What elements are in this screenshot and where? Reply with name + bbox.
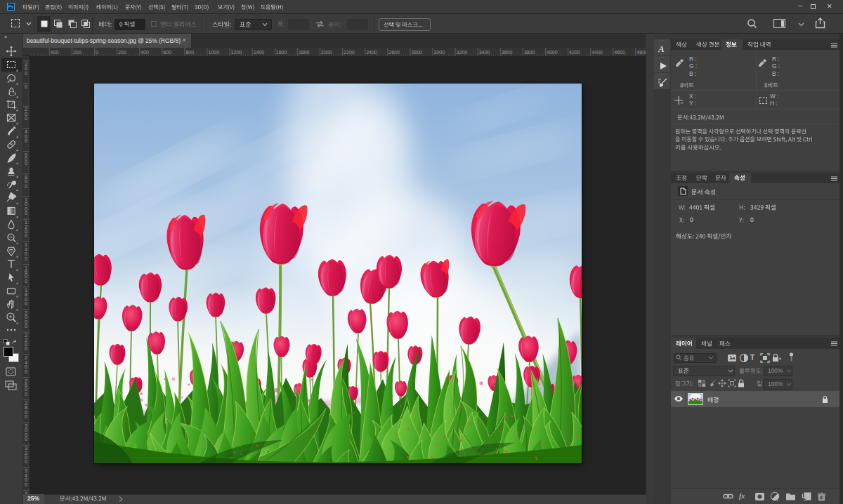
svg-text:200: 200	[118, 50, 126, 55]
svg-text:2800: 2800	[411, 50, 422, 55]
svg-text:0: 0	[25, 184, 27, 189]
svg-text:0: 0	[25, 279, 27, 284]
svg-text:800: 800	[185, 50, 194, 55]
svg-text:4400: 4400	[592, 50, 603, 55]
svg-text:0: 0	[25, 84, 27, 89]
svg-text:0: 0	[25, 414, 27, 419]
svg-text:4000: 4000	[547, 50, 558, 55]
svg-text:3400: 3400	[479, 50, 490, 55]
svg-text:0: 0	[96, 50, 98, 55]
svg-text:0: 0	[25, 346, 27, 351]
svg-text:0: 0	[25, 482, 27, 487]
svg-text:0: 0	[25, 256, 27, 261]
svg-text:1800: 1800	[299, 50, 310, 55]
svg-text:1400: 1400	[254, 50, 265, 55]
svg-text:2600: 2600	[388, 50, 400, 55]
svg-text:600: 600	[163, 50, 171, 55]
svg-text:400: 400	[140, 50, 149, 55]
svg-text:1600: 1600	[276, 50, 287, 55]
svg-text:1200: 1200	[231, 50, 242, 55]
svg-text:0: 0	[25, 116, 27, 121]
svg-text:2000: 2000	[321, 50, 332, 55]
svg-text:0: 0	[25, 211, 27, 215]
svg-text:0: 0	[25, 161, 27, 166]
svg-text:4600: 4600	[614, 50, 625, 55]
svg-text:0: 0	[25, 437, 27, 442]
svg-text:4200: 4200	[569, 50, 580, 55]
svg-text:2200: 2200	[344, 50, 355, 55]
svg-text:3800: 3800	[524, 50, 535, 55]
svg-text:3600: 3600	[502, 50, 513, 55]
svg-text:0: 0	[25, 324, 27, 329]
svg-text:3000: 3000	[434, 50, 445, 55]
svg-text:0: 0	[25, 301, 27, 306]
svg-text:0: 0	[25, 138, 27, 143]
svg-text:2400: 2400	[366, 50, 377, 55]
svg-text:1000: 1000	[209, 50, 220, 55]
svg-text:400: 400	[51, 50, 59, 55]
svg-text:0: 0	[25, 71, 27, 76]
svg-text:0: 0	[25, 459, 27, 464]
svg-text:0: 0	[25, 233, 27, 238]
svg-text:0: 0	[25, 369, 27, 374]
svg-text:0: 0	[25, 392, 27, 397]
svg-text:3200: 3200	[457, 50, 468, 55]
svg-text:200: 200	[73, 50, 81, 55]
